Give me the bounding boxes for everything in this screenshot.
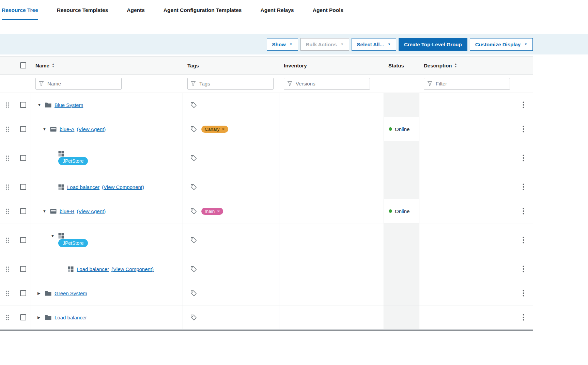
versions-filter-input[interactable] (284, 78, 370, 90)
resource-link[interactable]: Load balancer (55, 315, 87, 320)
column-header-description[interactable]: Description ▲▼ (419, 63, 514, 68)
row-checkbox[interactable] (20, 126, 26, 132)
kebab-menu-icon[interactable] (521, 153, 526, 163)
component-icon (58, 233, 64, 239)
resource-link[interactable]: blue-B (60, 208, 74, 214)
tab-resource-templates[interactable]: Resource Templates (57, 7, 108, 19)
remove-tag-icon[interactable]: × (217, 209, 220, 213)
resource-link[interactable]: Load balancer (77, 266, 109, 272)
status-cell (384, 175, 419, 199)
drag-handle[interactable] (5, 265, 10, 273)
view-action-link[interactable]: (View Component) (111, 266, 154, 272)
description-cell (419, 223, 514, 257)
kebab-menu-icon[interactable] (521, 235, 526, 245)
collapse-caret-icon[interactable]: ▼ (43, 209, 50, 213)
kebab-menu-icon[interactable] (521, 182, 526, 192)
kebab-menu-icon[interactable] (521, 264, 526, 274)
tag-chip[interactable]: Canary× (201, 126, 228, 133)
column-header-name[interactable]: Name ▲▼ (31, 63, 183, 68)
toolbar: Show ▼ Bulk Actions ▼ Select All... ▼ Cr… (0, 38, 533, 51)
row-checkbox[interactable] (20, 266, 26, 272)
checkbox-cell (15, 117, 31, 141)
drag-cell (0, 199, 15, 223)
tab-agents[interactable]: Agents (127, 7, 145, 19)
description-cell (419, 199, 514, 223)
resource-link[interactable]: Green System (55, 290, 87, 296)
status-text: Online (395, 126, 409, 132)
expand-caret-icon[interactable]: ▶ (37, 291, 45, 296)
kebab-menu-icon[interactable] (521, 206, 526, 216)
column-label-inventory: Inventory (284, 63, 307, 68)
customize-display-label: Customize Display (475, 42, 521, 47)
row-checkbox[interactable] (20, 208, 26, 214)
tab-resource-tree[interactable]: Resource Tree (2, 7, 38, 20)
kebab-menu-icon[interactable] (521, 288, 526, 298)
sort-icon[interactable]: ▲▼ (52, 63, 55, 68)
row-checkbox[interactable] (20, 290, 26, 296)
filter-funnel-icon (427, 81, 432, 86)
tag-icon (190, 101, 197, 109)
view-action-link[interactable]: (View Agent) (77, 126, 106, 132)
tags-cell (183, 305, 279, 329)
bulk-actions-label: Bulk Actions (306, 42, 337, 47)
collapse-caret-icon[interactable]: ▼ (37, 103, 45, 107)
inventory-cell (279, 93, 384, 117)
tab-agent-configuration-templates[interactable]: Agent Configuration Templates (164, 7, 242, 19)
select-all-button[interactable]: Select All... ▼ (352, 38, 396, 51)
show-button[interactable]: Show ▼ (267, 38, 298, 51)
tag-chip[interactable]: main× (201, 208, 223, 215)
view-action-link[interactable]: (View Component) (102, 184, 144, 190)
online-dot-icon (389, 209, 392, 213)
expand-caret-icon[interactable]: ▶ (37, 315, 45, 320)
collapse-caret-icon[interactable]: ▼ (43, 127, 50, 131)
collapse-caret-icon[interactable]: ▼ (51, 234, 58, 238)
kebab-menu-icon[interactable] (521, 100, 526, 110)
select-all-checkbox[interactable] (20, 62, 26, 68)
status-cell (384, 281, 419, 305)
resource-link[interactable]: blue-A (60, 126, 74, 132)
bulk-actions-button[interactable]: Bulk Actions ▼ (300, 38, 349, 51)
tab-agent-relays[interactable]: Agent Relays (261, 7, 294, 19)
drag-handle[interactable] (5, 289, 10, 298)
tags-filter-input[interactable] (187, 78, 274, 90)
kebab-menu-icon[interactable] (521, 124, 526, 134)
drag-handle[interactable] (5, 183, 10, 191)
row-checkbox[interactable] (20, 184, 26, 190)
row-checkbox[interactable] (20, 155, 26, 161)
checkbox-cell (15, 223, 31, 257)
tag-icon (190, 208, 197, 215)
inventory-cell (279, 199, 384, 223)
drag-handle[interactable] (5, 101, 10, 109)
customize-display-button[interactable]: Customize Display ▼ (470, 38, 533, 51)
drag-handle[interactable] (5, 125, 10, 133)
drag-handle[interactable] (5, 207, 10, 216)
sort-icon[interactable]: ▲▼ (454, 63, 457, 68)
drag-handle[interactable] (5, 154, 10, 162)
row-checkbox[interactable] (20, 237, 26, 243)
view-action-link[interactable]: (View Agent) (77, 208, 106, 214)
row-checkbox[interactable] (20, 102, 26, 108)
checkbox-cell (15, 175, 31, 199)
horizontal-scrollbar[interactable] (0, 330, 533, 331)
chevron-down-icon: ▼ (388, 43, 391, 46)
resource-link[interactable]: Load balancer (67, 184, 99, 190)
drag-cell (0, 93, 15, 117)
checkbox-cell (15, 281, 31, 305)
remove-tag-icon[interactable]: × (222, 127, 225, 131)
status-cell (384, 141, 419, 175)
tab-agent-pools[interactable]: Agent Pools (313, 7, 343, 19)
row-checkbox[interactable] (20, 314, 26, 320)
drag-cell (0, 305, 15, 329)
drag-handle[interactable] (5, 236, 10, 244)
chevron-down-icon: ▼ (290, 43, 293, 46)
kebab-menu-icon[interactable] (521, 313, 526, 322)
component-pill[interactable]: JPetStore (58, 157, 88, 165)
create-top-level-group-button[interactable]: Create Top-Level Group (399, 38, 467, 51)
drag-handle[interactable] (5, 313, 10, 322)
resource-link[interactable]: Blue System (55, 102, 83, 108)
component-pill[interactable]: JPetStore (58, 239, 88, 247)
description-filter-input[interactable] (424, 78, 510, 90)
name-filter-input[interactable] (35, 78, 122, 90)
tags-cell (183, 175, 279, 199)
actions-cell (514, 199, 533, 223)
